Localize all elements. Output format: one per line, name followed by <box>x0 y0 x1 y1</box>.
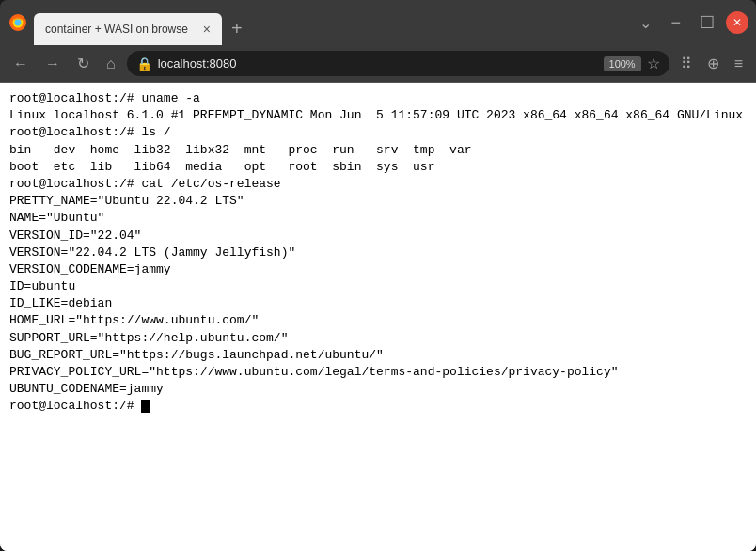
tab-label: container + WASI on browse <box>45 23 188 36</box>
terminal-viewport: root@localhost:/# uname -a Linux localho… <box>0 83 756 551</box>
terminal-cursor <box>141 400 150 413</box>
title-bar-controls: ⌄ − ☐ ✕ <box>632 8 748 37</box>
minimize-button[interactable]: − <box>663 9 688 37</box>
forward-button[interactable]: → <box>39 52 66 76</box>
security-icon: 🔒 <box>136 56 152 71</box>
dropdown-button[interactable]: ⌄ <box>632 10 659 36</box>
back-button[interactable]: ← <box>8 52 34 76</box>
firefox-logo-icon <box>8 12 28 33</box>
new-tab-button[interactable]: + <box>224 14 250 43</box>
terminal-content[interactable]: root@localhost:/# uname -a Linux localho… <box>0 83 756 551</box>
toolbar: ← → ↻ ⌂ 🔒 100% ☆ ⠿ ⊕ ≡ <box>0 45 756 83</box>
zoom-badge: 100% <box>604 56 641 71</box>
active-tab[interactable]: container + WASI on browse × <box>34 13 222 45</box>
menu-button[interactable]: ≡ <box>729 52 748 76</box>
close-button[interactable]: ✕ <box>726 11 748 34</box>
home-button[interactable]: ⌂ <box>101 52 121 76</box>
maximize-button[interactable]: ☐ <box>692 8 722 37</box>
browser-window: container + WASI on browse × + ⌄ − ☐ ✕ ←… <box>0 0 756 551</box>
reload-button[interactable]: ↻ <box>71 51 95 76</box>
tabs-area: container + WASI on browse × + <box>34 0 626 45</box>
address-bar[interactable] <box>158 56 598 71</box>
bookmark-button[interactable]: ☆ <box>647 55 660 72</box>
address-bar-container: 🔒 100% ☆ <box>127 51 669 76</box>
toolbar-right: ⠿ ⊕ ≡ <box>675 51 748 76</box>
svg-point-2 <box>15 20 22 26</box>
title-bar: container + WASI on browse × + ⌄ − ☐ ✕ <box>0 0 756 45</box>
tab-close-icon[interactable]: × <box>203 22 211 37</box>
profile-button[interactable]: ⊕ <box>701 51 725 76</box>
extensions-button[interactable]: ⠿ <box>675 51 698 76</box>
